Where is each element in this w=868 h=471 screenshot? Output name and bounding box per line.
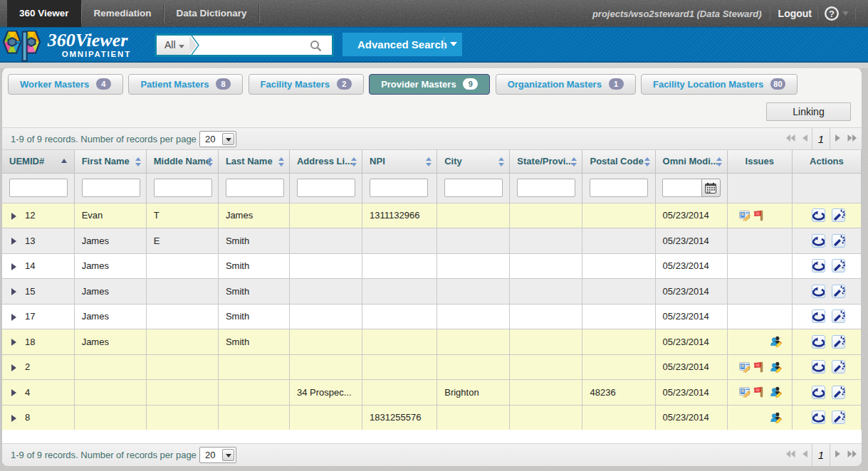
svg-text:?: ? <box>829 9 835 19</box>
